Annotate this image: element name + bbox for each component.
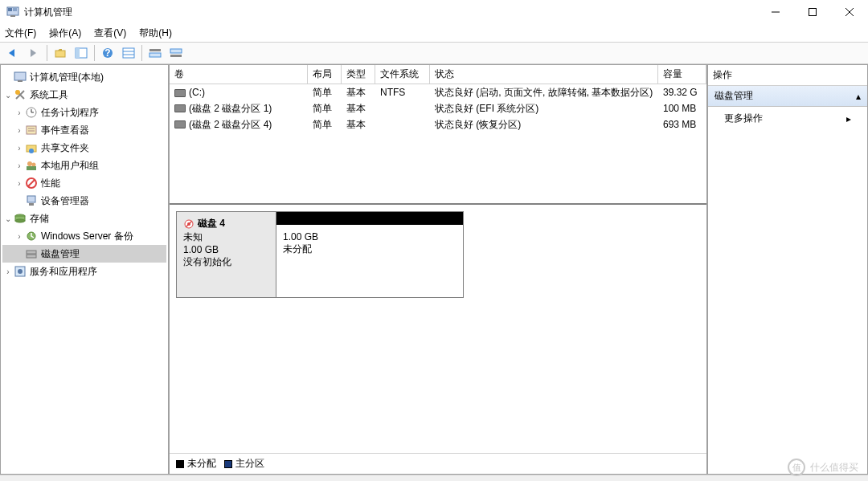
- tree-label: 任务计划程序: [41, 106, 99, 120]
- toolbar-separator: [47, 45, 47, 61]
- tree-shared-folders[interactable]: › 共享文件夹: [2, 139, 166, 157]
- legend-swatch: [224, 460, 232, 468]
- expand-icon[interactable]: ⌄: [2, 214, 14, 223]
- tree-system-tools[interactable]: ⌄ 系统工具: [2, 86, 166, 104]
- minimize-button[interactable]: [757, 0, 794, 24]
- collapse-icon: ▴: [856, 91, 861, 102]
- legend-unallocated: 未分配: [176, 457, 216, 471]
- volume-type: 基本: [342, 86, 375, 100]
- shared-folder-icon: [25, 141, 38, 154]
- main-pane: 卷 布局 类型 文件系统 状态 容量 (C:) 简单 基本 NTFS 状态良好 …: [169, 64, 707, 475]
- up-button[interactable]: [51, 44, 70, 62]
- tree-storage[interactable]: ⌄ 存储: [2, 210, 166, 227]
- volume-type: 基本: [342, 118, 375, 132]
- disk-init-status: 没有初始化: [183, 255, 269, 269]
- volume-row[interactable]: (磁盘 2 磁盘分区 4) 简单 基本 状态良好 (恢复分区) 693 MB: [170, 116, 706, 132]
- actions-header: 操作: [708, 65, 867, 86]
- help-button[interactable]: ?: [98, 44, 117, 62]
- tree-services-apps[interactable]: › 服务和应用程序: [2, 263, 166, 280]
- tree-task-scheduler[interactable]: › 任务计划程序: [2, 104, 166, 121]
- tree-root[interactable]: 计算机管理(本地): [2, 68, 166, 86]
- expand-icon[interactable]: ›: [14, 144, 25, 153]
- svg-rect-3: [10, 15, 15, 17]
- close-button[interactable]: [831, 0, 868, 24]
- action-category[interactable]: 磁盘管理 ▴: [708, 86, 867, 107]
- svg-rect-2: [13, 8, 17, 11]
- action-more[interactable]: 更多操作 ▸: [708, 107, 867, 130]
- volume-name: (磁盘 2 磁盘分区 4): [189, 119, 272, 130]
- svg-marker-9: [31, 49, 36, 57]
- menu-help[interactable]: 帮助(H): [139, 26, 172, 40]
- svg-line-38: [28, 180, 35, 186]
- tree-device-manager[interactable]: 设备管理器: [2, 192, 166, 210]
- tree-label: 设备管理器: [41, 194, 89, 208]
- volume-layout: 简单: [308, 102, 342, 116]
- volume-fs: NTFS: [375, 87, 430, 98]
- volume-list-header: 卷 布局 类型 文件系统 状态 容量: [170, 65, 706, 84]
- expand-icon[interactable]: ›: [14, 232, 25, 241]
- tree-ws-backup[interactable]: › Windows Server 备份: [2, 227, 166, 245]
- expand-icon[interactable]: ›: [14, 108, 25, 117]
- window-title: 计算机管理: [24, 6, 757, 19]
- volume-row[interactable]: (C:) 简单 基本 NTFS 状态良好 (启动, 页面文件, 故障转储, 基本…: [170, 84, 706, 100]
- disk-card[interactable]: 磁盘 4 未知 1.00 GB 没有初始化 1.00 GB 未分配: [176, 211, 464, 298]
- show-hide-tree-button[interactable]: [72, 44, 91, 62]
- expand-icon[interactable]: ⌄: [2, 91, 14, 100]
- disk-partition[interactable]: 1.00 GB 未分配: [276, 212, 463, 297]
- drive-icon: [174, 89, 186, 97]
- back-button[interactable]: [3, 44, 23, 62]
- menu-view[interactable]: 查看(V): [94, 26, 126, 40]
- col-type[interactable]: 类型: [342, 65, 375, 84]
- menu-action[interactable]: 操作(A): [49, 26, 81, 40]
- svg-point-35: [32, 163, 36, 167]
- performance-icon: [25, 177, 38, 190]
- disk-view-bottom-button[interactable]: [166, 44, 186, 62]
- menu-file[interactable]: 文件(F): [5, 26, 36, 40]
- tree-label: 事件查看器: [41, 124, 89, 137]
- volume-capacity: 100 MB: [658, 103, 706, 114]
- watermark-text: 什么值得买: [810, 461, 858, 475]
- horizontal-scrollbar[interactable]: [0, 475, 868, 481]
- partition-bar: [276, 212, 463, 225]
- disk-size: 1.00 GB: [183, 244, 269, 255]
- col-capacity[interactable]: 容量: [658, 65, 706, 84]
- svg-point-48: [18, 269, 23, 274]
- disk-view-top-button[interactable]: [145, 44, 165, 62]
- window-controls: [757, 0, 868, 24]
- tree-local-users[interactable]: › 本地用户和组: [2, 157, 166, 174]
- expand-icon[interactable]: ›: [14, 126, 25, 135]
- expand-icon[interactable]: ›: [14, 179, 25, 188]
- volume-name: (磁盘 2 磁盘分区 1): [189, 103, 272, 114]
- volume-row[interactable]: (磁盘 2 磁盘分区 1) 简单 基本 状态良好 (EFI 系统分区) 100 …: [170, 100, 706, 116]
- legend-swatch: [176, 460, 184, 468]
- col-layout[interactable]: 布局: [308, 65, 342, 84]
- volume-type: 基本: [342, 102, 375, 116]
- svg-rect-45: [27, 251, 36, 254]
- disk-name: 磁盘 4: [198, 218, 225, 229]
- tree-label: 系统工具: [30, 88, 68, 102]
- legend: 未分配 主分区: [170, 453, 706, 474]
- svg-point-43: [15, 219, 25, 222]
- tree-event-viewer[interactable]: › 事件查看器: [2, 121, 166, 139]
- disk-status-icon: [183, 218, 194, 229]
- volume-name: (C:): [189, 87, 205, 98]
- expand-icon[interactable]: ›: [14, 161, 25, 170]
- col-status[interactable]: 状态: [430, 65, 658, 84]
- svg-marker-11: [58, 49, 62, 51]
- legend-label: 主分区: [235, 457, 264, 471]
- expand-icon[interactable]: ›: [2, 267, 14, 276]
- volume-capacity: 693 MB: [658, 119, 706, 130]
- col-volume[interactable]: 卷: [170, 65, 308, 84]
- partition-status: 未分配: [283, 243, 457, 256]
- view-details-button[interactable]: [119, 44, 138, 62]
- svg-rect-29: [27, 126, 36, 134]
- maximize-button[interactable]: [794, 0, 831, 24]
- svg-rect-36: [27, 166, 36, 170]
- tree-performance[interactable]: › 性能: [2, 174, 166, 192]
- forward-button[interactable]: [24, 44, 43, 62]
- event-icon: [25, 124, 38, 137]
- svg-rect-21: [170, 49, 182, 53]
- volume-list: (C:) 简单 基本 NTFS 状态良好 (启动, 页面文件, 故障转储, 基本…: [170, 84, 706, 205]
- col-filesystem[interactable]: 文件系统: [375, 65, 430, 84]
- tree-disk-management[interactable]: 磁盘管理: [2, 245, 166, 263]
